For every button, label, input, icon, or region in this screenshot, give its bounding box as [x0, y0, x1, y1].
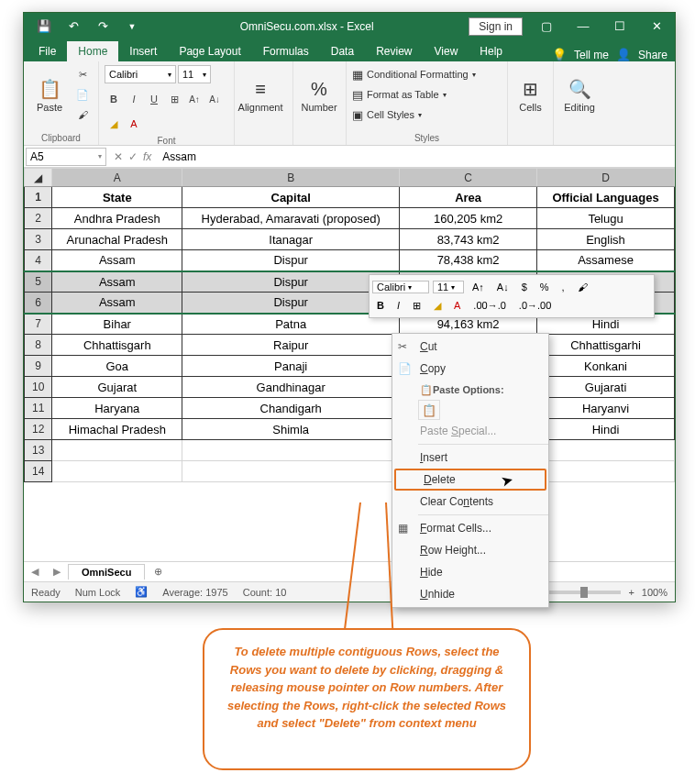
col-header-c[interactable]: C	[400, 169, 537, 187]
formula-input[interactable]	[157, 148, 675, 166]
ctx-delete[interactable]: Delete	[394, 469, 546, 491]
mini-decrease-decimal-icon[interactable]: .00→.0	[469, 297, 510, 314]
mini-font-color-icon[interactable]: A	[449, 297, 465, 314]
row-header-11[interactable]: 11	[25, 398, 52, 419]
format-as-table-button[interactable]: ▤Format as Table▾	[352, 85, 447, 104]
select-all-button[interactable]: ◢	[25, 169, 52, 187]
paste-button[interactable]: 📋 Paste	[29, 65, 70, 126]
mini-currency-icon[interactable]: $	[517, 279, 532, 295]
col-header-b[interactable]: B	[182, 169, 400, 187]
zoom-level[interactable]: 100%	[642, 587, 667, 598]
ctx-unhide[interactable]: Unhide	[392, 583, 548, 605]
zoom-in-button[interactable]: +	[628, 587, 634, 598]
mini-border-icon[interactable]: ⊞	[408, 297, 425, 314]
ctx-paste-default[interactable]: 📋	[418, 400, 440, 420]
copy-icon[interactable]: 📄	[73, 85, 92, 104]
ctx-hide[interactable]: Hide	[392, 561, 548, 583]
mini-increase-font-icon[interactable]: A↑	[468, 279, 489, 295]
number-button[interactable]: %Number	[299, 65, 339, 126]
undo-icon[interactable]: ↶	[61, 16, 86, 38]
font-decrease-button[interactable]: A↓	[205, 90, 224, 108]
ribbon-options-icon[interactable]: ▢	[528, 13, 565, 39]
mini-comma-icon[interactable]: ,	[557, 279, 569, 295]
qat-dropdown-icon[interactable]: ▼	[119, 16, 145, 38]
mini-increase-decimal-icon[interactable]: .0→.00	[514, 297, 556, 314]
mini-italic-icon[interactable]: I	[392, 297, 404, 314]
row-header-7[interactable]: 7	[25, 314, 52, 335]
col-header-a[interactable]: A	[52, 169, 182, 187]
ctx-copy[interactable]: 📄Copy	[392, 358, 548, 380]
close-icon[interactable]: ✕	[638, 13, 675, 39]
cut-icon[interactable]: ✂	[73, 65, 92, 83]
zoom-slider[interactable]	[547, 591, 621, 594]
minimize-icon[interactable]: —	[565, 13, 601, 39]
fill-color-button[interactable]: ◢	[105, 115, 123, 133]
ctx-cut[interactable]: ✂Cut	[392, 336, 548, 358]
ctx-format-cells[interactable]: ▦Format Cells...	[392, 517, 548, 539]
row-header-6[interactable]: 6	[25, 293, 52, 314]
share-button[interactable]: Share	[638, 49, 667, 61]
row-header-5[interactable]: 5	[25, 271, 52, 293]
row-header-2[interactable]: 2	[25, 208, 52, 229]
column-headers[interactable]: ◢ A B C D	[25, 169, 675, 187]
tab-home[interactable]: Home	[67, 41, 118, 61]
fx-icon[interactable]: fx	[143, 150, 151, 163]
ctx-paste-special[interactable]: Paste Special...	[392, 420, 548, 442]
sheet-nav-next-icon[interactable]: ▶	[46, 566, 68, 578]
tab-data[interactable]: Data	[320, 41, 365, 61]
share-icon[interactable]: 👤	[616, 48, 631, 61]
mini-fill-icon[interactable]: ◢	[429, 297, 446, 314]
row-header-13[interactable]: 13	[25, 440, 52, 461]
tab-file[interactable]: File	[28, 41, 67, 61]
tab-review[interactable]: Review	[365, 41, 423, 61]
cells-button[interactable]: ⊞Cells	[513, 65, 547, 126]
row-header-3[interactable]: 3	[25, 229, 52, 250]
row-header-8[interactable]: 8	[25, 335, 52, 356]
ctx-row-height[interactable]: Row Height...	[392, 539, 548, 561]
alignment-button[interactable]: ≡Alignment	[240, 65, 281, 126]
ctx-insert[interactable]: Insert	[392, 447, 548, 469]
status-accessibility-icon[interactable]: ♿	[135, 586, 148, 598]
mini-font-select[interactable]: Calibri▾	[372, 281, 429, 293]
bold-button[interactable]: B	[105, 90, 123, 108]
sheet-nav-prev-icon[interactable]: ◀	[24, 566, 46, 578]
cell-styles-button[interactable]: ▣Cell Styles▾	[352, 105, 422, 124]
sheet-tab-active[interactable]: OmniSecu	[68, 564, 145, 580]
row-header-12[interactable]: 12	[25, 419, 52, 440]
col-header-d[interactable]: D	[537, 169, 675, 187]
maximize-icon[interactable]: ☐	[601, 13, 638, 39]
italic-button[interactable]: I	[125, 90, 143, 108]
add-sheet-button[interactable]: ⊕	[145, 566, 171, 578]
tell-me-input[interactable]: Tell me	[574, 49, 609, 61]
tab-formulas[interactable]: Formulas	[252, 41, 320, 61]
mini-size-select[interactable]: 11▾	[433, 281, 464, 293]
editing-button[interactable]: 🔍Editing	[559, 65, 600, 126]
row-header-10[interactable]: 10	[25, 377, 52, 398]
row-header-4[interactable]: 4	[25, 250, 52, 271]
border-button[interactable]: ⊞	[165, 90, 183, 108]
lightbulb-icon[interactable]: 💡	[552, 48, 567, 61]
row-header-9[interactable]: 9	[25, 356, 52, 377]
signin-button[interactable]: Sign in	[469, 17, 523, 36]
save-icon[interactable]: 💾	[31, 16, 57, 38]
row-header-14[interactable]: 14	[25, 461, 52, 482]
conditional-formatting-button[interactable]: ▦Conditional Formatting▾	[352, 65, 476, 83]
font-size-select[interactable]: 11 ▾	[178, 65, 211, 83]
tab-page-layout[interactable]: Page Layout	[168, 41, 251, 61]
cancel-formula-icon[interactable]: ✕	[114, 150, 123, 163]
redo-icon[interactable]: ↷	[90, 16, 116, 38]
mini-format-painter-icon[interactable]: 🖌	[573, 279, 592, 295]
mini-bold-icon[interactable]: B	[372, 297, 389, 314]
ctx-clear-contents[interactable]: Clear Contents	[392, 491, 548, 513]
font-increase-button[interactable]: A↑	[185, 90, 204, 108]
tab-help[interactable]: Help	[469, 41, 513, 61]
tab-insert[interactable]: Insert	[118, 41, 168, 61]
tab-view[interactable]: View	[424, 41, 469, 61]
font-name-select[interactable]: Calibri ▾	[105, 65, 176, 83]
mini-percent-icon[interactable]: %	[535, 279, 554, 295]
font-color-button[interactable]: A	[125, 115, 143, 133]
worksheet-grid[interactable]: ◢ A B C D 1 StateCapitalAreaOfficial Lan…	[24, 168, 675, 561]
row-header-1[interactable]: 1	[25, 187, 52, 208]
accept-formula-icon[interactable]: ✓	[128, 150, 138, 163]
mini-decrease-font-icon[interactable]: A↓	[492, 279, 513, 295]
